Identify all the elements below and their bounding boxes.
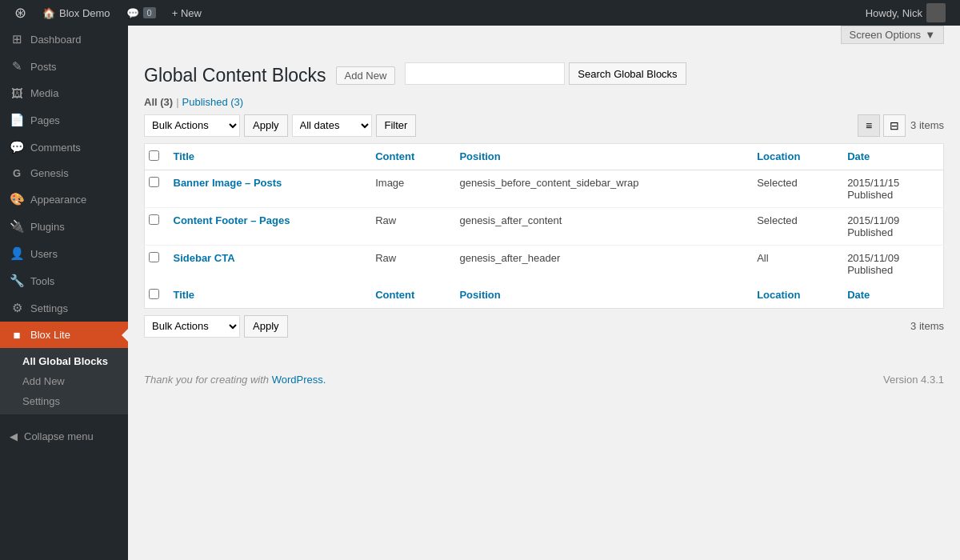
footer-date-sort-link[interactable]: Date bbox=[847, 289, 870, 301]
row-1-checkbox[interactable] bbox=[149, 177, 159, 187]
footer-title-sort-link[interactable]: Title bbox=[174, 289, 195, 301]
bulk-actions-top-select[interactable]: Bulk Actions bbox=[144, 114, 240, 137]
sidebar-item-label: Dashboard bbox=[30, 34, 82, 46]
wordpress-link[interactable]: WordPress. bbox=[272, 374, 326, 386]
sidebar-item-comments[interactable]: 💬 Comments bbox=[0, 134, 128, 161]
footer-check-all-checkbox[interactable] bbox=[149, 289, 159, 299]
users-icon: 👤 bbox=[10, 246, 24, 261]
table-head: Title Content Position Location Date bbox=[145, 143, 944, 170]
footer-position-column: Position bbox=[451, 282, 749, 309]
sidebar-item-genesis[interactable]: G Genesis bbox=[0, 161, 128, 186]
view-switch: ≡ ⊟ bbox=[858, 114, 906, 137]
row-2-title-cell: Content Footer – Pages bbox=[166, 207, 368, 245]
filter-published-link[interactable]: Published (3) bbox=[182, 96, 244, 108]
row-1-location-cell: Selected bbox=[749, 170, 839, 207]
date-sort-link[interactable]: Date bbox=[847, 150, 870, 162]
appearance-icon: 🎨 bbox=[10, 192, 24, 206]
sidebar-item-label: Media bbox=[30, 87, 58, 99]
location-column-header: Location bbox=[749, 143, 839, 170]
apply-top-button[interactable]: Apply bbox=[244, 114, 288, 137]
row-1-checkbox-cell bbox=[145, 170, 166, 207]
submenu-item-settings[interactable]: Settings bbox=[0, 391, 128, 411]
footer-text: Thank you for creating with WordPress. bbox=[144, 374, 326, 386]
search-global-blocks-input[interactable] bbox=[405, 62, 565, 85]
sidebar-item-plugins[interactable]: 🔌 Plugins bbox=[0, 213, 128, 240]
table-body: Banner Image – Posts Image genesis_befor… bbox=[145, 170, 944, 282]
title-column-header: Title bbox=[166, 143, 368, 170]
site-name-item[interactable]: 🏠 Blox Demo bbox=[34, 0, 118, 26]
position-column-header: Position bbox=[451, 143, 749, 170]
genesis-icon: G bbox=[10, 167, 24, 179]
sidebar-item-label: Appearance bbox=[30, 194, 86, 206]
items-count-top: 3 items bbox=[910, 119, 944, 131]
title-sort-link[interactable]: Title bbox=[174, 150, 195, 162]
footer-check-column bbox=[145, 282, 166, 309]
row-1-date-cell: 2015/11/15 Published bbox=[839, 170, 943, 207]
submenu-item-add-new[interactable]: Add New bbox=[0, 371, 128, 391]
row-2-content-cell: Raw bbox=[367, 207, 451, 245]
table-row: Content Footer – Pages Raw genesis_after… bbox=[145, 207, 944, 245]
new-content-item[interactable]: + New bbox=[164, 0, 210, 26]
collapse-label: Collapse menu bbox=[24, 430, 94, 442]
row-3-title-link[interactable]: Sidebar CTA bbox=[174, 252, 235, 264]
row-1-title-link[interactable]: Banner Image – Posts bbox=[174, 177, 282, 189]
row-1-position-cell: genesis_before_content_sidebar_wrap bbox=[451, 170, 749, 207]
blox-icon: ■ bbox=[10, 328, 24, 342]
comments-item[interactable]: 💬 0 bbox=[118, 0, 164, 26]
row-2-position-cell: genesis_after_content bbox=[451, 207, 749, 245]
sidebar-item-users[interactable]: 👤 Users bbox=[0, 240, 128, 267]
sidebar-item-pages[interactable]: 📄 Pages bbox=[0, 106, 128, 134]
collapse-menu-button[interactable]: ◀ Collapse menu bbox=[0, 422, 128, 450]
posts-icon: ✎ bbox=[10, 59, 24, 74]
avatar bbox=[926, 3, 946, 22]
sidebar-item-label: Posts bbox=[30, 61, 57, 73]
tablenav-top-right: ≡ ⊟ 3 items bbox=[858, 114, 944, 137]
table-foot: Title Content Position Location Date bbox=[145, 282, 944, 309]
search-area: Search Global Blocks bbox=[405, 62, 686, 85]
dates-filter-select[interactable]: All dates bbox=[292, 114, 372, 137]
sidebar-item-settings[interactable]: ⚙ Settings bbox=[0, 294, 128, 322]
filter-separator: | bbox=[176, 96, 178, 108]
row-2-title-link[interactable]: Content Footer – Pages bbox=[174, 214, 290, 226]
row-3-title-cell: Sidebar CTA bbox=[166, 245, 368, 282]
admin-bar: ⊛ 🏠 Blox Demo 💬 0 + New Howdy, Nick bbox=[0, 0, 960, 26]
footer-content-column: Content bbox=[367, 282, 451, 309]
row-3-date-cell: 2015/11/09 Published bbox=[839, 245, 943, 282]
apply-bottom-button[interactable]: Apply bbox=[244, 315, 288, 338]
comment-icon: 💬 bbox=[126, 7, 139, 19]
site-name: Blox Demo bbox=[59, 7, 110, 19]
content-column-header: Content bbox=[367, 143, 451, 170]
wp-logo-item[interactable]: ⊛ bbox=[6, 0, 34, 26]
plugins-icon: 🔌 bbox=[10, 219, 24, 234]
submenu-item-all-global-blocks[interactable]: All Global Blocks bbox=[0, 351, 128, 371]
excerpt-view-button[interactable]: ⊟ bbox=[883, 114, 906, 137]
dashboard-icon: ⊞ bbox=[10, 32, 24, 46]
search-global-blocks-button[interactable]: Search Global Blocks bbox=[569, 62, 686, 85]
check-all-checkbox[interactable] bbox=[149, 150, 159, 161]
tools-icon: 🔧 bbox=[10, 274, 24, 288]
row-3-content-cell: Raw bbox=[367, 245, 451, 282]
bulk-actions-bottom-select[interactable]: Bulk Actions bbox=[144, 315, 240, 338]
list-view-button[interactable]: ≡ bbox=[858, 114, 880, 137]
filter-all-link[interactable]: All (3) bbox=[144, 96, 173, 108]
sidebar-item-blox-lite[interactable]: ■ Blox Lite bbox=[0, 322, 128, 348]
sidebar-item-dashboard[interactable]: ⊞ Dashboard bbox=[0, 26, 128, 53]
filter-button[interactable]: Filter bbox=[376, 114, 417, 137]
footer-date-column: Date bbox=[839, 282, 943, 309]
blox-submenu: All Global Blocks Add New Settings bbox=[0, 348, 128, 414]
sidebar-item-appearance[interactable]: 🎨 Appearance bbox=[0, 186, 128, 213]
sidebar-item-tools[interactable]: 🔧 Tools bbox=[0, 267, 128, 294]
row-2-checkbox[interactable] bbox=[149, 214, 159, 225]
add-new-button[interactable]: Add New bbox=[336, 66, 396, 85]
blocks-table: Title Content Position Location Date bbox=[144, 143, 944, 309]
page-title-area: Global Content Blocks Add New Search Glo… bbox=[144, 64, 944, 88]
howdy-menu[interactable]: Howdy, Nick bbox=[858, 3, 954, 22]
table-header-row: Title Content Position Location Date bbox=[145, 143, 944, 170]
sidebar-item-media[interactable]: 🖼 Media bbox=[0, 80, 128, 106]
howdy-text: Howdy, Nick bbox=[866, 7, 922, 19]
row-3-checkbox[interactable] bbox=[149, 252, 159, 262]
sidebar-item-posts[interactable]: ✎ Posts bbox=[0, 53, 128, 80]
screen-options-button[interactable]: Screen Options ▼ bbox=[841, 26, 944, 44]
wp-logo-icon: ⊛ bbox=[14, 4, 26, 22]
excerpt-view-icon: ⊟ bbox=[890, 119, 899, 132]
